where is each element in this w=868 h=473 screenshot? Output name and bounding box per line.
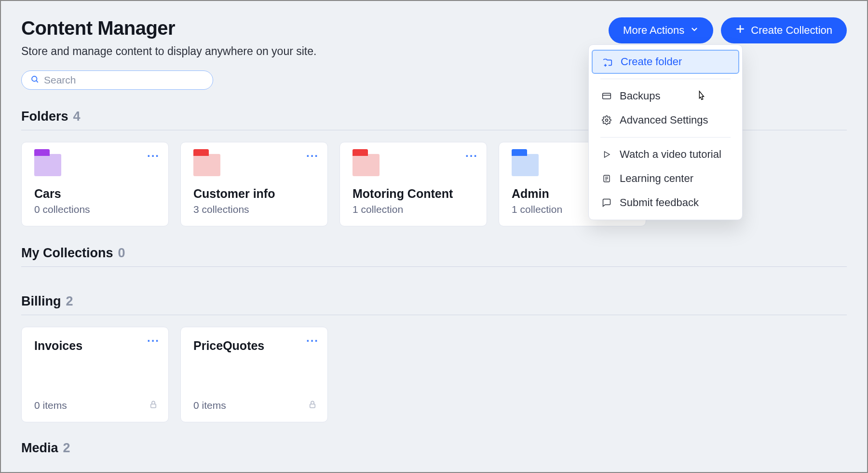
svg-line-13: [36, 81, 38, 82]
window-icon: [601, 92, 612, 100]
folder-name: Customer info: [193, 187, 315, 201]
folder-sub: 3 collections: [193, 204, 315, 215]
section-divider: [21, 315, 847, 315]
billing-row: ··· Invoices 0 items ··· PriceQuotes 0 i…: [21, 327, 847, 422]
folder-icon: [512, 154, 539, 176]
search-field[interactable]: [21, 70, 213, 90]
svg-rect-15: [310, 404, 315, 408]
folder-icon: [193, 154, 220, 176]
section-label: Billing: [21, 294, 61, 309]
folder-name: Cars: [34, 187, 156, 201]
menu-item-create-folder[interactable]: Create folder: [592, 50, 739, 74]
collection-card-pricequotes[interactable]: ··· PriceQuotes 0 items: [180, 327, 328, 422]
section-count: 0: [118, 246, 125, 261]
svg-point-6: [606, 119, 608, 122]
gear-icon: [601, 115, 612, 125]
page-subtitle: Store and manage content to display anyw…: [21, 45, 316, 58]
folder-plus-icon: [602, 57, 613, 67]
lock-icon: [149, 400, 158, 411]
svg-rect-4: [603, 93, 611, 99]
more-actions-button[interactable]: More Actions: [609, 17, 713, 43]
folder-sub: 0 collections: [34, 204, 156, 215]
search-icon: [30, 75, 39, 85]
collection-name: PriceQuotes: [193, 339, 315, 353]
menu-item-learning-center[interactable]: Learning center: [589, 167, 742, 191]
create-collection-button[interactable]: Create Collection: [721, 17, 847, 43]
section-count: 4: [73, 109, 81, 124]
page-header: Content Manager Store and manage content…: [21, 17, 847, 58]
more-icon[interactable]: ···: [147, 150, 160, 162]
folder-sub: 1 collection: [353, 204, 474, 215]
section-count: 2: [66, 294, 73, 309]
more-icon[interactable]: ···: [306, 335, 319, 347]
plus-icon: [735, 24, 745, 37]
menu-item-label: Learning center: [620, 172, 693, 185]
collection-sub: 0 items: [193, 400, 315, 411]
menu-item-label: Watch a video tutorial: [620, 148, 721, 161]
create-collection-label: Create Collection: [751, 24, 832, 37]
menu-item-label: Backups: [620, 90, 660, 102]
chat-icon: [601, 198, 612, 208]
section-label: Media: [21, 441, 58, 456]
section-header-my-collections: My Collections 0: [21, 246, 847, 261]
document-icon: [601, 174, 612, 183]
svg-rect-14: [151, 404, 156, 408]
section-divider: [21, 266, 847, 267]
menu-item-advanced-settings[interactable]: Advanced Settings: [589, 108, 742, 132]
folder-name: Motoring Content: [353, 187, 474, 201]
more-actions-label: More Actions: [623, 24, 684, 37]
menu-item-watch-tutorial[interactable]: Watch a video tutorial: [589, 142, 742, 167]
page-title: Content Manager: [21, 17, 316, 39]
more-actions-dropdown: Create folder Backups Advanced Settings: [588, 44, 743, 220]
svg-point-12: [32, 76, 37, 82]
menu-item-backups[interactable]: Backups: [589, 84, 742, 108]
folder-card-motoring-content[interactable]: ··· Motoring Content 1 collection: [339, 142, 487, 226]
folder-icon: [353, 154, 380, 176]
lock-icon: [308, 400, 317, 411]
svg-marker-7: [605, 152, 610, 157]
menu-item-label: Submit feedback: [620, 196, 699, 209]
more-icon[interactable]: ···: [147, 335, 160, 347]
section-count: 2: [63, 441, 70, 456]
collection-name: Invoices: [34, 339, 156, 353]
play-icon: [601, 150, 612, 159]
menu-item-label: Advanced Settings: [620, 114, 708, 126]
section-label: Folders: [21, 109, 68, 124]
collection-sub: 0 items: [34, 400, 156, 411]
section-label: My Collections: [21, 246, 113, 261]
menu-item-submit-feedback[interactable]: Submit feedback: [589, 191, 742, 215]
folder-icon: [34, 154, 61, 176]
chevron-down-icon: [690, 24, 699, 37]
header-left: Content Manager Store and manage content…: [21, 17, 316, 58]
menu-divider: [600, 79, 731, 79]
header-actions: More Actions Create Collection Create fo…: [609, 17, 847, 43]
more-icon[interactable]: ···: [465, 150, 478, 162]
more-icon[interactable]: ···: [306, 150, 319, 162]
section-header-media: Media 2: [21, 441, 847, 456]
menu-divider: [600, 137, 731, 138]
folder-card-customer-info[interactable]: ··· Customer info 3 collections: [180, 142, 328, 226]
collection-card-invoices[interactable]: ··· Invoices 0 items: [21, 327, 169, 422]
menu-item-label: Create folder: [621, 56, 682, 68]
section-header-billing: Billing 2: [21, 294, 847, 309]
folder-card-cars[interactable]: ··· Cars 0 collections: [21, 142, 169, 226]
search-input[interactable]: [44, 74, 204, 86]
